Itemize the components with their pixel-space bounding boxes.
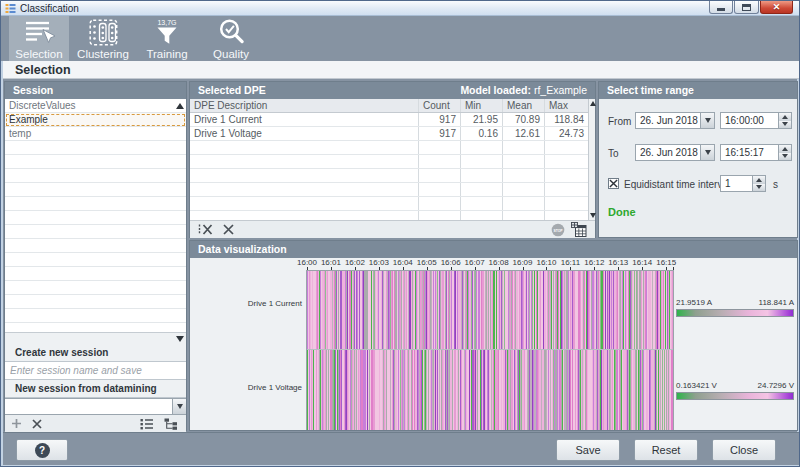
session-item-empty xyxy=(5,253,186,267)
new-session-from-model-button[interactable]: New session from datamining model xyxy=(5,380,186,398)
dpe-table-cell: 917 xyxy=(418,113,460,126)
col-max[interactable]: Max xyxy=(544,99,588,112)
help-button[interactable]: ? xyxy=(16,439,68,461)
session-list-scroll-down-icon[interactable] xyxy=(176,336,184,342)
tab-quality[interactable]: Quality xyxy=(201,16,261,61)
to-time-up-button[interactable] xyxy=(779,145,791,153)
dpe-table-cell xyxy=(544,155,588,168)
session-item[interactable]: temp xyxy=(5,127,186,141)
dpe-table-row-empty xyxy=(190,197,588,211)
dpe-table-cell xyxy=(418,155,460,168)
dpe-scroll-up-icon[interactable] xyxy=(590,101,596,106)
window-controls: ✕ xyxy=(708,1,793,14)
heatmap-strip-current[interactable] xyxy=(307,271,673,350)
dpe-table-cell xyxy=(418,197,460,210)
spinner-down-icon xyxy=(756,185,762,189)
from-date-dropdown-button[interactable] xyxy=(700,113,714,128)
from-label: From xyxy=(608,116,631,127)
dpe-table-row[interactable]: Drive 1 Voltage9170.1612.6124.73 xyxy=(190,127,588,141)
maximize-button[interactable] xyxy=(734,1,759,14)
legend-voltage-min: 0.163421 V xyxy=(676,381,717,390)
selected-dpe-panel: Selected DPE Model loaded: rf_Example DP… xyxy=(189,81,596,238)
dpe-table-cell: 21.95 xyxy=(460,113,502,126)
question-mark-icon: ? xyxy=(35,443,50,458)
create-session-button[interactable]: Create new session xyxy=(5,344,186,362)
from-date-combobox[interactable]: 26. Jun 2018 xyxy=(635,112,715,129)
tree-view-button[interactable] xyxy=(164,418,178,430)
dpe-table-cell: 12.61 xyxy=(502,127,544,140)
tab-selection-label: Selection xyxy=(15,48,62,60)
to-date-dropdown-button[interactable] xyxy=(700,145,714,160)
tab-clustering[interactable]: Clustering xyxy=(73,16,133,61)
session-item-empty xyxy=(5,281,186,295)
col-dpe-description[interactable]: DPE Description xyxy=(190,99,418,112)
viz-panel-title: Data visualization xyxy=(198,241,287,258)
page-heading: Selection xyxy=(3,61,799,79)
remove-dpe-button[interactable] xyxy=(223,224,234,235)
dpe-table-row[interactable]: Drive 1 Current91721.9570.89118.84 xyxy=(190,113,588,127)
deselect-all-dpe-button[interactable] xyxy=(198,224,213,235)
dpe-table-cell xyxy=(190,141,418,154)
session-panel-title: Session xyxy=(13,82,53,99)
session-name-input[interactable] xyxy=(5,362,186,380)
stop-query-button[interactable]: STOP xyxy=(551,223,565,237)
reset-button[interactable]: Reset xyxy=(634,439,698,461)
tab-clustering-label: Clustering xyxy=(77,48,129,60)
series-label-current: Drive 1 Current xyxy=(192,299,302,308)
to-time-spinner[interactable]: 16:15:17 xyxy=(720,144,792,161)
interval-down-button[interactable] xyxy=(753,184,765,192)
from-time-down-button[interactable] xyxy=(779,121,791,129)
datamining-model-combobox[interactable] xyxy=(5,398,186,415)
session-item-empty xyxy=(5,183,186,197)
save-button[interactable]: Save xyxy=(556,439,620,461)
dpe-table-cell xyxy=(502,183,544,196)
equidistant-checkbox[interactable] xyxy=(608,178,619,189)
session-list-scroll-up-icon[interactable] xyxy=(176,103,184,109)
spinner-down-icon xyxy=(782,154,788,158)
legend-current-max: 118.841 A xyxy=(759,298,794,307)
interval-spinner[interactable]: 1 xyxy=(720,175,766,192)
close-button[interactable]: ✕ xyxy=(760,1,793,14)
minimize-button[interactable] xyxy=(709,1,733,14)
tab-selection[interactable]: Selection xyxy=(9,16,69,61)
to-time-down-button[interactable] xyxy=(779,153,791,161)
list-view-button[interactable] xyxy=(140,418,154,430)
session-item[interactable]: Example xyxy=(5,113,186,127)
close-icon: ✕ xyxy=(773,2,781,13)
session-item[interactable]: DiscreteValues xyxy=(5,99,186,113)
delete-session-button[interactable] xyxy=(32,419,42,429)
dpe-table-cell xyxy=(418,169,460,182)
to-time-value: 16:15:17 xyxy=(721,145,778,160)
model-loaded-label: Model loaded: xyxy=(460,84,531,96)
dpe-table-cell xyxy=(460,183,502,196)
calculate-statistics-button[interactable] xyxy=(571,222,587,237)
svg-text:STOP: STOP xyxy=(553,228,563,232)
dpe-table-cell xyxy=(190,183,418,196)
interval-up-button[interactable] xyxy=(753,176,765,184)
add-session-button[interactable] xyxy=(11,418,22,429)
dpe-panel-title: Selected DPE xyxy=(198,82,266,99)
data-visualization-panel: Data visualization 16:0016:0116:0216:031… xyxy=(189,240,798,431)
dpe-scroll-down-icon[interactable] xyxy=(590,213,596,218)
from-time-up-button[interactable] xyxy=(779,113,791,121)
col-count[interactable]: Count xyxy=(418,99,460,112)
heatmap-strip-voltage[interactable] xyxy=(307,350,673,430)
dpe-table-cell: Drive 1 Current xyxy=(190,113,418,126)
close-dialog-button[interactable]: Close xyxy=(712,439,776,461)
viz-body: 16:0016:0116:0216:0316:0416:0516:0616:07… xyxy=(190,258,797,430)
session-item-empty xyxy=(5,197,186,211)
datamining-model-combobox-button[interactable] xyxy=(172,399,186,414)
col-mean[interactable]: Mean xyxy=(502,99,544,112)
svg-text:13,7G: 13,7G xyxy=(157,19,176,26)
col-min[interactable]: Min xyxy=(460,99,502,112)
tab-quality-label: Quality xyxy=(213,48,249,60)
interval-value: 1 xyxy=(721,176,752,191)
dpe-table-cell: 118.84 xyxy=(544,113,588,126)
dpe-table-cell xyxy=(544,183,588,196)
dpe-table-row-empty xyxy=(190,169,588,183)
from-time-spinner[interactable]: 16:00:00 xyxy=(720,112,792,129)
dpe-table-cell xyxy=(190,169,418,182)
tab-training-label: Training xyxy=(146,48,187,60)
tab-training[interactable]: 13,7G Training xyxy=(137,16,197,61)
to-date-combobox[interactable]: 26. Jun 2018 xyxy=(635,144,715,161)
